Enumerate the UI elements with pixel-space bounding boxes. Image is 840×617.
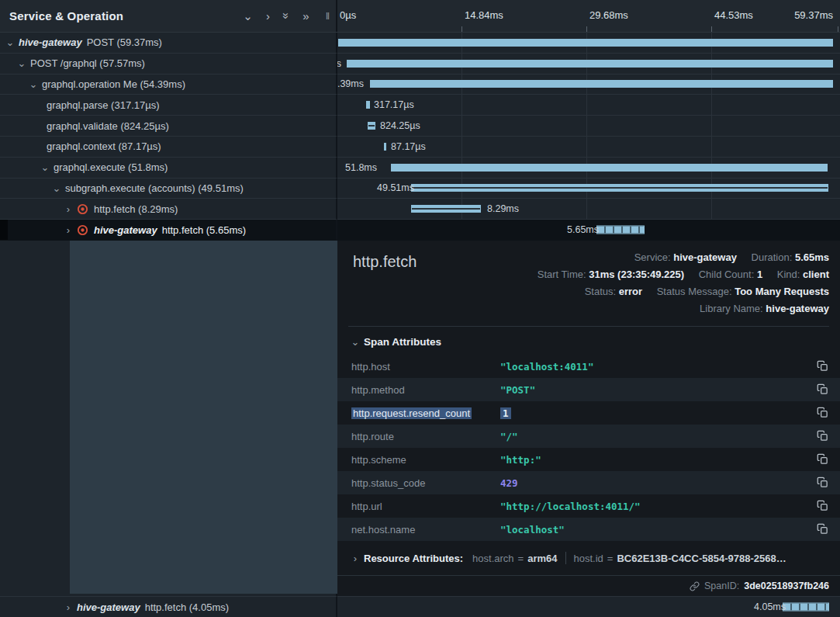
span-detail-header: http.fetch Service: hive-gateway Duratio… — [337, 241, 840, 326]
timeline-bar[interactable] — [368, 122, 375, 130]
resource-key: host.arch — [472, 553, 513, 564]
attribute-row[interactable]: net.host.name "localhost" — [337, 518, 840, 541]
attribute-row[interactable]: http.route "/" — [337, 425, 840, 448]
duration-label: 8.29ms — [487, 203, 519, 214]
timeline-bar[interactable] — [366, 101, 370, 109]
timeline-bar[interactable] — [596, 226, 645, 234]
meta-label: Status: — [585, 286, 616, 297]
attribute-row[interactable]: http.method "POST" — [337, 378, 840, 401]
tick-mark — [586, 26, 587, 32]
trace-span-row[interactable]: ⌄ POST /graphql (57.57ms) 57.57ms — [0, 54, 840, 75]
copy-icon[interactable] — [817, 407, 829, 419]
duration-label: 317.17µs — [374, 99, 414, 110]
panel-title: Service & Operation — [9, 9, 123, 23]
attribute-key: http.host — [351, 361, 500, 373]
tree-controls: ⌄ › » » ‖ — [243, 10, 330, 22]
chevron-down-icon[interactable]: ⌄ — [16, 57, 27, 69]
trace-span-row[interactable]: › hive-gateway http.fetch (4.05ms) 4.05m… — [0, 596, 840, 617]
collapse-all-icon[interactable]: » — [281, 12, 292, 19]
meta-label: Service: — [634, 251, 671, 263]
header-bar: Service & Operation ⌄ › » » ‖ 0µs 14.84m… — [0, 0, 840, 33]
attribute-key: net.host.name — [351, 524, 500, 536]
attribute-value: "http:" — [500, 454, 541, 466]
copy-icon[interactable] — [817, 523, 829, 536]
timeline-bar[interactable] — [411, 184, 828, 192]
span-attributes-section-header[interactable]: ⌄ Span Attributes — [337, 327, 840, 355]
trace-span-row[interactable]: ⌄ hive-gateway POST (59.37ms) — [0, 33, 840, 54]
timeline-bar[interactable] — [384, 143, 386, 151]
status-message-value: Too Many Requests — [735, 286, 829, 297]
tick-mark — [711, 26, 712, 32]
timeline-bar[interactable] — [338, 39, 833, 47]
trace-span-row[interactable]: ⌄ graphql.operation Me (54.39ms) 54.39ms — [0, 75, 840, 95]
chevron-down-icon[interactable]: ⌄ — [5, 36, 16, 48]
attribute-row[interactable]: http.scheme "http:" — [337, 448, 840, 471]
meta-label: Kind: — [777, 269, 800, 280]
meta-value: 1 — [757, 269, 762, 280]
attribute-value: "POST" — [500, 384, 535, 396]
meta-line: Service: hive-gateway Duration: 5.65ms — [538, 249, 829, 266]
link-icon[interactable] — [690, 581, 700, 591]
expand-all-icon[interactable]: » — [302, 10, 309, 22]
trace-span-row[interactable]: graphql.parse (317.17µs) 317.17µs — [0, 95, 840, 116]
collapse-one-icon[interactable]: ⌄ — [243, 10, 253, 22]
trace-span-row[interactable]: graphql.validate (824.25µs) 824.25µs — [0, 116, 840, 137]
chevron-right-icon[interactable]: › — [63, 601, 74, 613]
meta-value: hive-gateway — [673, 251, 737, 263]
copy-icon[interactable] — [817, 500, 829, 512]
resource-attributes-row[interactable]: › Resource Attributes: host.arch = arm64… — [337, 541, 840, 564]
section-title: Resource Attributes: — [364, 553, 463, 564]
tick-label: 44.53ms — [714, 9, 753, 21]
trace-span-row-selected[interactable]: › hive-gateway http.fetch (5.65ms) 5.65m… — [0, 220, 840, 241]
attribute-value: "localhost" — [500, 524, 565, 536]
attribute-key: http.status_code — [351, 477, 500, 489]
copy-icon[interactable] — [817, 383, 829, 396]
meta-label: Child Count: — [699, 269, 755, 280]
copy-icon[interactable] — [817, 430, 829, 442]
attribute-key: http.scheme — [351, 454, 500, 466]
attribute-value: 429 — [500, 477, 518, 489]
copy-icon[interactable] — [817, 453, 829, 466]
tick-label: 29.68ms — [589, 9, 628, 21]
chevron-down-icon[interactable]: ⌄ — [28, 78, 39, 90]
duration-label: 824.25µs — [380, 120, 420, 131]
copy-icon[interactable] — [817, 360, 829, 373]
attribute-row[interactable]: http.url "http://localhost:4011/" — [337, 494, 840, 518]
operation-label: graphql.context (87.17µs) — [47, 140, 161, 152]
timeline-bar[interactable] — [347, 60, 833, 68]
trace-span-row[interactable]: ⌄ subgraph.execute (accounts) (49.51ms) … — [0, 179, 840, 199]
duration-label: 49.51ms — [377, 182, 414, 193]
meta-label: Start Time: — [538, 269, 586, 280]
operation-label: graphql.operation Me (54.39ms) — [42, 78, 185, 90]
panel-resize-handle[interactable]: ‖ — [326, 11, 330, 21]
lower-section: http.fetch Service: hive-gateway Duratio… — [0, 241, 840, 596]
chevron-down-icon: ⌄ — [350, 336, 361, 348]
duration-label: 54.39ms — [337, 78, 364, 89]
equals-sign: = — [607, 553, 614, 564]
trace-span-row[interactable]: ⌄ graphql.execute (51.8ms) 51.8ms — [0, 158, 840, 179]
timeline-bar[interactable] — [411, 205, 481, 213]
timeline-bar[interactable] — [370, 80, 833, 88]
chevron-down-icon[interactable]: ⌄ — [40, 161, 50, 173]
resource-value: BC62E13B-C4CC-5854-9788-2568… — [617, 553, 786, 564]
timeline-ruler: 0µs 14.84ms 29.68ms 44.53ms 59.37ms — [337, 0, 840, 32]
expand-one-icon[interactable]: › — [266, 10, 270, 22]
chevron-right-icon[interactable]: › — [63, 203, 74, 215]
attribute-key: http.route — [351, 431, 500, 442]
resource-key: host.id — [574, 553, 603, 564]
trace-span-row[interactable]: graphql.context (87.17µs) 87.17µs — [0, 137, 840, 158]
attribute-row[interactable]: http.status_code 429 — [337, 471, 840, 494]
operation-label: graphql.validate (824.25µs) — [47, 120, 169, 132]
timeline-bar[interactable] — [783, 603, 829, 612]
status-value: error — [619, 286, 642, 297]
timeline-bar[interactable] — [391, 164, 828, 172]
copy-icon[interactable] — [817, 477, 829, 489]
attribute-row[interactable]: http.host "localhost:4011" — [337, 355, 840, 378]
meta-value: client — [803, 269, 829, 280]
trace-span-row[interactable]: › http.fetch (8.29ms) 8.29ms — [0, 199, 840, 220]
meta-label: Status Message: — [657, 286, 732, 297]
attribute-row-selected[interactable]: http.request.resend_count 1 — [337, 401, 840, 425]
chevron-right-icon[interactable]: › — [63, 224, 74, 236]
chevron-down-icon[interactable]: ⌄ — [51, 182, 62, 194]
duration-label: 57.57ms — [337, 58, 341, 69]
